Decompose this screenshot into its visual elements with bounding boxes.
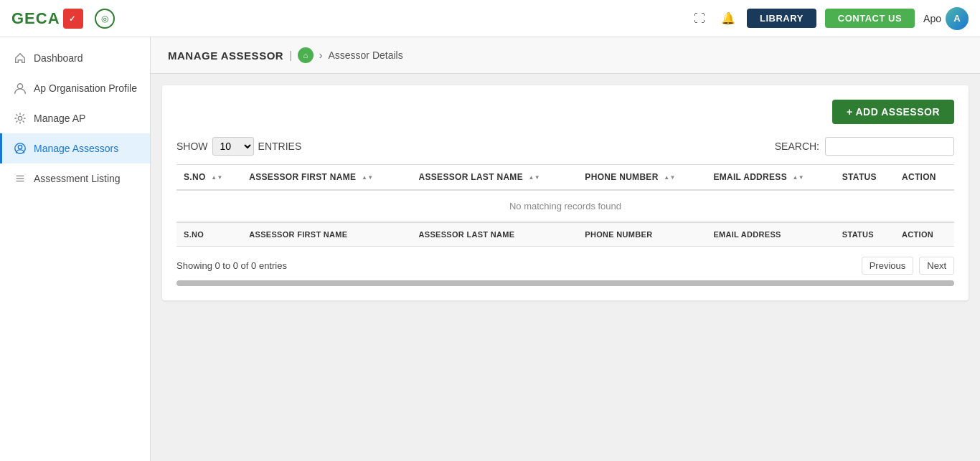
th2-phone: PHONE NUMBER bbox=[578, 222, 706, 247]
sidebar-item-manage-ap[interactable]: Manage AP bbox=[0, 103, 150, 133]
sidebar-item-org-profile[interactable]: Ap Organisation Profile bbox=[0, 73, 150, 103]
search-input[interactable] bbox=[825, 137, 954, 156]
svg-point-3 bbox=[18, 116, 22, 120]
sort-icon-phone: ▲▼ bbox=[664, 174, 675, 181]
fullscreen-icon[interactable]: ⛶ bbox=[689, 9, 710, 29]
table-second-header-row: S.NO ASSESSOR FIRST NAME ASSESSOR LAST N… bbox=[176, 222, 954, 247]
sidebar-item-manage-assessors[interactable]: Manage Assessors bbox=[0, 133, 150, 163]
show-label: SHOW bbox=[176, 141, 208, 152]
th-email[interactable]: EMAIL ADDRESS ▲▼ bbox=[706, 165, 834, 191]
assessors-table: S.NO ▲▼ ASSESSOR FIRST NAME ▲▼ ASSESSOR … bbox=[176, 164, 954, 247]
logo: GECA ✓ ◎ bbox=[11, 9, 115, 29]
entries-select[interactable]: 10 25 50 100 bbox=[212, 137, 254, 156]
settings-icon bbox=[14, 112, 27, 125]
navbar: GECA ✓ ◎ ⛶ 🔔 LIBRARY CONTACT US Apo A bbox=[0, 0, 980, 37]
breadcrumb-divider: | bbox=[289, 49, 292, 61]
th-phone[interactable]: PHONE NUMBER ▲▼ bbox=[578, 165, 706, 191]
contact-button[interactable]: CONTACT US bbox=[825, 9, 915, 28]
th-action: ACTION bbox=[895, 165, 954, 191]
th2-action: ACTION bbox=[895, 222, 954, 247]
th2-first-name: ASSESSOR FIRST NAME bbox=[242, 222, 411, 247]
sidebar-label-manage-assessors: Manage Assessors bbox=[34, 143, 118, 154]
th-status: STATUS bbox=[835, 165, 895, 191]
svg-text:✓: ✓ bbox=[69, 14, 75, 23]
sidebar-item-dashboard[interactable]: Dashboard bbox=[0, 43, 150, 73]
th-sno[interactable]: S.NO ▲▼ bbox=[176, 165, 242, 191]
no-records-message: No matching records found bbox=[176, 190, 954, 222]
main-panel: + ADD ASSESSOR SHOW 10 25 50 100 ENTRIES… bbox=[162, 85, 969, 300]
sidebar-item-assessment-listing[interactable]: Assessment Listing bbox=[0, 163, 150, 194]
sort-icon-first-name: ▲▼ bbox=[362, 174, 373, 181]
user-menu[interactable]: Apo A bbox=[923, 7, 969, 30]
sidebar-label-dashboard: Dashboard bbox=[34, 52, 83, 64]
search-row: SEARCH: bbox=[775, 137, 954, 156]
sidebar-label-org-profile: Ap Organisation Profile bbox=[34, 82, 137, 94]
show-entries: SHOW 10 25 50 100 ENTRIES bbox=[176, 137, 301, 156]
home-icon bbox=[14, 52, 27, 65]
target-icon: ◎ bbox=[95, 9, 115, 29]
sort-icon-last-name: ▲▼ bbox=[529, 174, 540, 181]
content-area: MANAGE ASSESSOR | ⌂ › Assessor Details +… bbox=[151, 37, 980, 461]
svg-point-5 bbox=[18, 146, 22, 149]
logo-icon: ✓ bbox=[63, 9, 83, 29]
th-last-name[interactable]: ASSESSOR LAST NAME ▲▼ bbox=[412, 165, 578, 191]
person-circle-icon bbox=[14, 142, 27, 155]
sort-icon-sno: ▲▼ bbox=[211, 174, 222, 181]
avatar: A bbox=[946, 7, 969, 30]
search-label: SEARCH: bbox=[775, 141, 819, 152]
navbar-right: ⛶ 🔔 LIBRARY CONTACT US Apo A bbox=[689, 7, 969, 30]
list-icon bbox=[14, 172, 27, 185]
svg-point-2 bbox=[17, 84, 22, 89]
table-header-row: S.NO ▲▼ ASSESSOR FIRST NAME ▲▼ ASSESSOR … bbox=[176, 165, 954, 191]
th2-sno: S.NO bbox=[176, 222, 242, 247]
sidebar-label-assessment-listing: Assessment Listing bbox=[34, 173, 121, 184]
sort-icon-email: ▲▼ bbox=[793, 174, 804, 181]
controls-row: SHOW 10 25 50 100 ENTRIES SEARCH: bbox=[176, 137, 954, 156]
th2-status: STATUS bbox=[835, 222, 895, 247]
sidebar: Dashboard Ap Organisation Profile Manage… bbox=[0, 37, 151, 461]
breadcrumb-link[interactable]: Assessor Details bbox=[328, 49, 402, 61]
logo-text: GECA bbox=[11, 9, 60, 28]
breadcrumb-arrow: › bbox=[319, 49, 323, 61]
user-name: Apo bbox=[923, 13, 941, 24]
entries-label: ENTRIES bbox=[258, 141, 302, 152]
library-button[interactable]: LIBRARY bbox=[747, 9, 816, 28]
breadcrumb-home-icon: ⌂ bbox=[298, 47, 314, 63]
breadcrumb-title: MANAGE ASSESSOR bbox=[168, 49, 283, 62]
add-assessor-button[interactable]: + ADD ASSESSOR bbox=[832, 100, 954, 124]
breadcrumb: MANAGE ASSESSOR | ⌂ › Assessor Details bbox=[151, 37, 980, 74]
pagination: Previous Next bbox=[862, 257, 954, 275]
prev-button[interactable]: Previous bbox=[862, 257, 914, 275]
bell-icon[interactable]: 🔔 bbox=[718, 9, 738, 29]
sidebar-label-manage-ap: Manage AP bbox=[34, 113, 85, 124]
no-records-row: No matching records found bbox=[176, 190, 954, 222]
next-button[interactable]: Next bbox=[919, 257, 954, 275]
th2-email: EMAIL ADDRESS bbox=[706, 222, 834, 247]
th-first-name[interactable]: ASSESSOR FIRST NAME ▲▼ bbox=[242, 165, 411, 191]
table-footer: Showing 0 to 0 of 0 entries Previous Nex… bbox=[176, 257, 954, 275]
table-footer-text: Showing 0 to 0 of 0 entries bbox=[176, 260, 287, 271]
horizontal-scrollbar[interactable] bbox=[176, 280, 954, 286]
scrollbar-thumb bbox=[176, 280, 954, 286]
main-layout: Dashboard Ap Organisation Profile Manage… bbox=[0, 37, 980, 461]
person-icon bbox=[14, 82, 27, 95]
th2-last-name: ASSESSOR LAST NAME bbox=[412, 222, 578, 247]
toolbar-row: + ADD ASSESSOR bbox=[176, 100, 954, 124]
